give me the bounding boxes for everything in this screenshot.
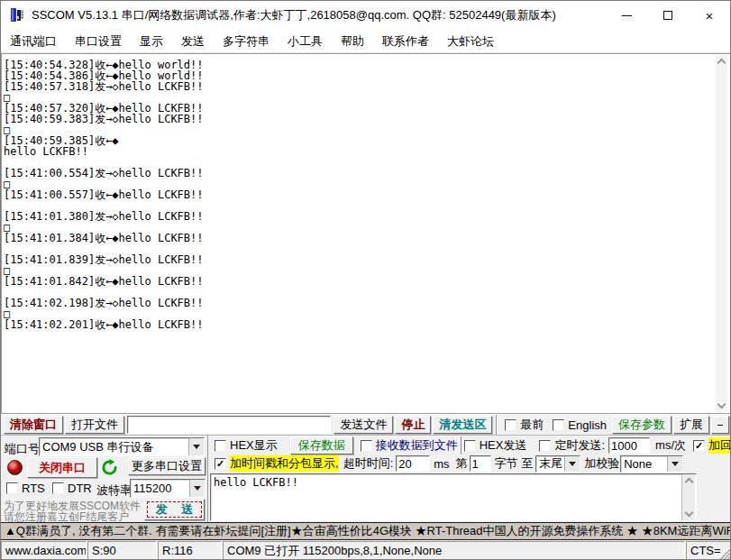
- checkbox-box[interactable]: [464, 440, 476, 452]
- checkbox-box[interactable]: [52, 482, 64, 494]
- timed-send-checkbox[interactable]: 定时发送:: [539, 437, 605, 454]
- timeout-label: 超时时间:: [343, 455, 394, 472]
- chevron-down-icon: [672, 462, 679, 466]
- close-port-button[interactable]: 关闭串口: [27, 457, 97, 478]
- hex-send-checkbox[interactable]: HEX发送: [464, 437, 527, 454]
- checkbox-box[interactable]: [361, 440, 372, 452]
- website-link[interactable]: www.daxia.com: [1, 541, 87, 560]
- menu-display[interactable]: 显示: [131, 30, 172, 53]
- scroll-down-icon[interactable]: [685, 509, 694, 518]
- checkbox-box[interactable]: [553, 419, 564, 431]
- checkbox-box[interactable]: [505, 419, 516, 431]
- english-label: English: [568, 418, 607, 432]
- log-line: [15:40:59.385]收←◆: [4, 135, 731, 146]
- send-file-button[interactable]: 发送文件: [334, 416, 393, 434]
- checkbox-box[interactable]: [539, 440, 551, 452]
- maximize-icon: [663, 11, 672, 20]
- checksum-select[interactable]: None: [620, 455, 683, 473]
- byte-index-input[interactable]: [470, 455, 491, 472]
- options-column: HEX显示 保存数据 接收数据到文件 HEX发送 定时发送: ms/次 ✓加回车…: [209, 436, 731, 522]
- scroll-up-icon[interactable]: [717, 59, 726, 68]
- interval-input[interactable]: [608, 437, 650, 454]
- collapse-button[interactable]: [711, 416, 729, 434]
- byte-end-select[interactable]: 末尾: [535, 455, 580, 473]
- port-select[interactable]: COM9 USB 串行设备: [39, 437, 205, 456]
- stop-button[interactable]: 停止: [395, 416, 431, 434]
- scroll-down-icon[interactable]: [717, 400, 726, 409]
- rts-checkbox[interactable]: RTS: [6, 482, 45, 495]
- log-line: [15:41:01.384]收←◆hello LCKFB!!: [4, 233, 731, 243]
- divider: [461, 436, 461, 454]
- app-icon: [8, 6, 26, 24]
- menu-help[interactable]: 帮助: [332, 30, 373, 53]
- timeout-unit-label: ms: [434, 457, 449, 471]
- refresh-ports-icon[interactable]: [101, 459, 118, 476]
- port-settings-column: 端口号 COM9 USB 串行设备 关闭串口 更多串口设置 RTS DTR 波特…: [1, 436, 208, 522]
- menu-tools[interactable]: 小工具: [279, 30, 332, 53]
- send-button[interactable]: 发 送: [144, 499, 205, 520]
- baud-rate-select[interactable]: 115200: [130, 479, 206, 498]
- log-line: [15:41:01.839]发→◇hello LCKFB!!: [4, 254, 731, 265]
- port-select-value: COM9 USB 串行设备: [40, 438, 188, 455]
- notice-text: ▲Q群满员了, 没有第二个群. 有需要请在虾坛提问[注册]★合宙高性价比4G模块…: [5, 523, 731, 539]
- toolbar: 清除窗口 打开文件 发送文件 停止 清发送区 最前 English 保存参数 扩…: [1, 414, 731, 436]
- menu-send[interactable]: 发送: [172, 30, 214, 53]
- open-file-button[interactable]: 打开文件: [65, 416, 124, 434]
- topmost-checkbox[interactable]: 最前: [505, 417, 544, 433]
- log-line: [15:41:01.842]收←◆hello LCKFB!!: [4, 276, 731, 287]
- byte-end-arrow[interactable]: [564, 456, 580, 472]
- log-line: [15:41:00.554]发→◇hello LCKFB!!: [4, 168, 731, 179]
- save-data-button[interactable]: 保存数据: [290, 436, 353, 454]
- received-count: R:116: [158, 541, 222, 560]
- send-area-scrollbar[interactable]: [681, 474, 695, 520]
- clear-window-button[interactable]: 清除窗口: [4, 416, 63, 434]
- scroll-up-icon[interactable]: [685, 478, 694, 487]
- menu-contact-author[interactable]: 联系作者: [373, 30, 438, 53]
- baud-rate-arrow[interactable]: [189, 480, 205, 497]
- english-checkbox[interactable]: English: [553, 418, 607, 432]
- promo-line-2: 请您注册嘉立创F结尾客户: [4, 511, 146, 522]
- maximize-button[interactable]: [647, 1, 689, 30]
- log-line: hello LCKFB!!: [4, 146, 731, 157]
- timeout-input[interactable]: [396, 455, 430, 472]
- port-status-led-icon: [7, 460, 23, 475]
- send-text-area[interactable]: hello LCKFB!!: [210, 473, 697, 521]
- options-row-1: HEX显示 保存数据 接收数据到文件 HEX发送 定时发送: ms/次 ✓加回车…: [209, 436, 731, 454]
- port-number-label: 端口号: [5, 441, 40, 457]
- checkbox-box[interactable]: ✓: [693, 440, 705, 452]
- hex-display-checkbox[interactable]: HEX显示: [215, 437, 278, 454]
- recv-to-file-label: 接收数据到文件: [376, 437, 458, 454]
- receive-terminal[interactable]: [15:40:54.328]收←◆hello world!! [15:40:54…: [1, 53, 731, 414]
- menu-port-settings[interactable]: 串口设置: [66, 30, 131, 53]
- close-button[interactable]: ×: [689, 1, 730, 30]
- menu-multi-string[interactable]: 多字符串: [214, 30, 279, 53]
- close-icon: ×: [706, 8, 714, 23]
- extend-button[interactable]: 扩展: [673, 416, 709, 434]
- checkbox-box[interactable]: ✓: [215, 458, 226, 470]
- checkbox-box[interactable]: [6, 482, 18, 494]
- title-bar: SSCOM V5.13.1 串口/网络数据调试器,作者:大虾丁丁,2618058…: [1, 1, 730, 30]
- minimize-button[interactable]: [606, 1, 647, 30]
- more-port-settings-button[interactable]: 更多串口设置: [128, 457, 206, 475]
- options-row-2: ✓加时间戳和分包显示, 超时时间: ms 第 字节 至 末尾 加校验 None: [209, 454, 731, 473]
- send-file-path-input[interactable]: [127, 416, 331, 434]
- recv-to-file-checkbox[interactable]: 接收数据到文件: [361, 437, 458, 454]
- crlf-checkbox[interactable]: ✓加回车换行: [693, 437, 731, 454]
- clear-send-area-button[interactable]: 清发送区: [433, 416, 492, 434]
- menu-daxia-forum[interactable]: 大虾论坛: [438, 30, 503, 53]
- dtr-label: DTR: [68, 482, 92, 495]
- save-params-button[interactable]: 保存参数: [612, 416, 672, 434]
- checksum-arrow[interactable]: [667, 456, 682, 472]
- menu-comm-port[interactable]: 通讯端口: [1, 30, 66, 53]
- timestamp-checkbox[interactable]: ✓加时间戳和分包显示,: [215, 455, 339, 472]
- dtr-checkbox[interactable]: DTR: [52, 482, 92, 495]
- terminal-scrollbar[interactable]: [716, 55, 727, 412]
- promo-text: 为了更好地发展SSCOM软件 请您注册嘉立创F结尾客户: [4, 500, 146, 522]
- baud-rate-value: 115200: [131, 480, 189, 497]
- topmost-label: 最前: [520, 417, 544, 433]
- port-select-arrow[interactable]: [188, 438, 204, 455]
- interval-unit-label: ms/次: [655, 437, 686, 454]
- minus-icon: [717, 425, 723, 426]
- resize-grip-icon[interactable]: [719, 548, 731, 560]
- checkbox-box[interactable]: [215, 440, 226, 452]
